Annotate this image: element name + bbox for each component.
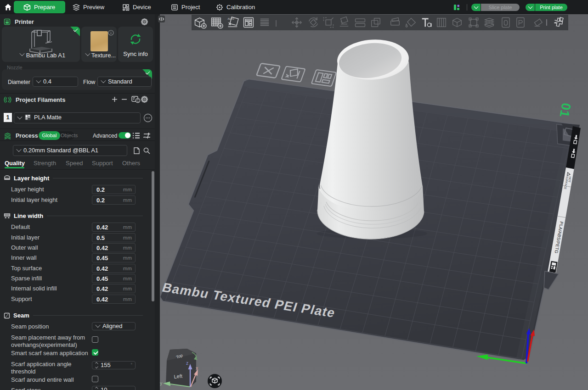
svg-text:z: z (186, 360, 188, 366)
svg-text:x: x (196, 365, 198, 371)
svg-text:01: 01 (557, 102, 574, 118)
svg-text:Left: Left (174, 373, 183, 379)
svg-text:AUTO: AUTO (227, 17, 234, 20)
svg-text:y: y (160, 380, 163, 386)
